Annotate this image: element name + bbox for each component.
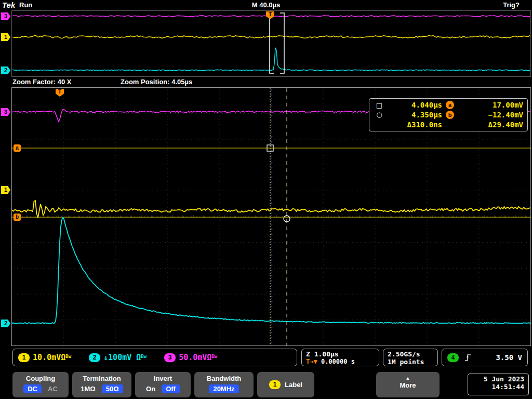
cursor1-square-symbol: □ xyxy=(373,101,386,109)
ch3-bw-indicator: Bw xyxy=(211,354,217,359)
trigger-level-readout: 3.50 V xyxy=(496,353,522,362)
ch2-badge[interactable]: 2 xyxy=(89,353,100,362)
menu-coupling[interactable]: Coupling DC AC xyxy=(12,372,69,397)
record-length-readout: 1M points xyxy=(388,358,433,366)
cursor-a-badge: a xyxy=(446,101,454,109)
termination-1mohm-option[interactable]: 1MΩ xyxy=(81,385,95,393)
menu-more-title: More xyxy=(376,381,440,389)
ch1-scale-readout[interactable]: 10.0mVΩBw xyxy=(33,353,71,362)
invert-off-option[interactable]: Off xyxy=(162,384,180,393)
cursor-a-value: 17.00mV xyxy=(458,101,523,109)
ch1-scale: 10.0mV xyxy=(33,353,61,362)
coupling-dc-option[interactable]: DC xyxy=(23,384,42,393)
ch1-unit: Ω xyxy=(61,353,65,362)
menu-invert[interactable]: Invert On Off xyxy=(135,372,191,397)
cursor2-circle-symbol: ○ xyxy=(373,111,386,118)
menu-bandwidth-title: Bandwidth xyxy=(194,375,254,382)
trigger-delay-readout: 0.00000 s xyxy=(321,358,355,365)
menu-label-title: Label xyxy=(285,381,302,389)
termination-50ohm-option[interactable]: 50Ω xyxy=(102,384,123,393)
ch1-badge[interactable]: 1 xyxy=(18,353,30,362)
ch3-scale-readout[interactable]: 50.0mVΩBw xyxy=(179,353,217,362)
ch2-scale: ↓100mV xyxy=(103,353,131,362)
cursor-delta-time: Δ310.0ns xyxy=(386,121,442,129)
sample-rate-readout: 2.50GS/s xyxy=(388,350,433,358)
coupling-ac-option[interactable]: AC xyxy=(48,385,58,393)
trigger-slope-icon xyxy=(464,353,472,362)
ch2-bw-indicator: Bw xyxy=(141,354,147,359)
trigger-status: Trig? xyxy=(503,1,520,9)
more-up-arrow-icon: ▲ xyxy=(376,376,440,381)
oscilloscope-screen: Tek Run M 40.0µs Trig? 3 1 2 T Zoom Fact… xyxy=(0,0,532,399)
menu-coupling-title: Coupling xyxy=(12,375,69,382)
cursor1-time: 4.040µs xyxy=(386,101,442,109)
time-display: 14:51:44 xyxy=(472,383,524,391)
menu-more[interactable]: ▲ More xyxy=(376,372,440,397)
trigger-source-badge: 4 xyxy=(447,353,459,362)
horizontal-readout[interactable]: Z 1.00µs T→▼ 0.00000 s xyxy=(301,349,379,366)
zoom-scale-readout: Z 1.00µs xyxy=(306,350,375,358)
zoom-position-label: Zoom Position: 4.05µs xyxy=(121,78,192,86)
ch2-unit: Ω xyxy=(136,353,141,362)
menu-termination-title: Termination xyxy=(72,375,131,382)
date-display: 5 Jun 2023 xyxy=(472,375,524,383)
trigger-position-icon: T→▼ xyxy=(306,358,317,365)
zoom-factor-label: Zoom Factor: 40 X xyxy=(12,78,71,86)
datetime-display: 5 Jun 2023 14:51:44 xyxy=(468,374,529,395)
cursor-b-marker[interactable]: b xyxy=(14,214,21,221)
bandwidth-20mhz-option[interactable]: 20MHz xyxy=(209,384,238,393)
cursor-readout-box: □ 4.040µs a 17.00mV ○ 4.350µs b −12.40mV… xyxy=(369,98,528,131)
menu-bandwidth[interactable]: Bandwidth 20MHz xyxy=(194,372,254,397)
acquisition-status: Run xyxy=(19,1,32,9)
cursor-delta-value: Δ29.40mV xyxy=(458,121,523,129)
cursor-a-marker[interactable]: a xyxy=(14,144,21,152)
acquisition-readout[interactable]: 2.50GS/s 1M points xyxy=(383,349,438,366)
cursor-b-value: −12.40mV xyxy=(458,111,523,119)
ch1-bw-indicator: Bw xyxy=(65,354,71,359)
tek-logo: Tek xyxy=(2,1,15,9)
menu-termination[interactable]: Termination 1MΩ 50Ω xyxy=(72,372,131,397)
channel-readouts: 1 10.0mVΩBw 2 ↓100mV ΩBw 3 50.0mVΩBw xyxy=(12,349,297,366)
cursor2-time: 4.350µs xyxy=(386,111,442,119)
ch2-scale-readout[interactable]: ↓100mV ΩBw xyxy=(103,353,147,362)
menu-label[interactable]: 1 Label xyxy=(257,372,314,397)
ch3-badge[interactable]: 3 xyxy=(164,353,176,362)
ch3-scale: 50.0mV xyxy=(179,353,207,362)
main-timebase-readout[interactable]: M 40.0µs xyxy=(252,1,280,9)
menu-invert-title: Invert xyxy=(135,375,191,382)
invert-on-option[interactable]: On xyxy=(146,385,155,393)
label-ch1-badge: 1 xyxy=(269,380,281,389)
waveform-display xyxy=(0,0,532,399)
cursor-b-badge: b xyxy=(446,111,454,119)
trigger-readout[interactable]: 4 3.50 V xyxy=(442,349,528,366)
